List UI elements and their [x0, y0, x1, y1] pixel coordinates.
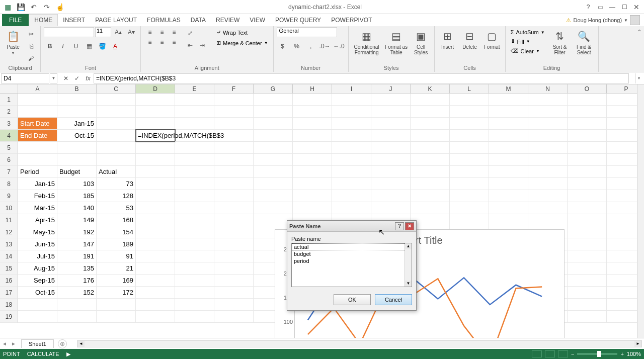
cell[interactable] [568, 226, 607, 238]
cancel-button[interactable]: Cancel [375, 294, 412, 305]
cell[interactable] [371, 202, 411, 214]
cell[interactable] [214, 262, 254, 275]
sheet-tab[interactable]: Sheet1 [21, 339, 54, 348]
cell[interactable] [214, 275, 254, 287]
paste-button[interactable]: 📋 Paste ▼ [3, 27, 23, 55]
cell[interactable] [568, 262, 607, 275]
cell[interactable] [136, 178, 175, 190]
cell[interactable] [214, 287, 254, 299]
cell[interactable]: May-15 [18, 226, 57, 238]
cell[interactable] [371, 190, 411, 202]
column-header[interactable]: E [175, 84, 214, 94]
cell[interactable] [214, 214, 254, 226]
tab-page-layout[interactable]: PAGE LAYOUT [90, 14, 142, 26]
cell[interactable]: Feb-15 [18, 190, 57, 202]
clear-button[interactable]: ⌫Clear▼ [509, 47, 547, 55]
dialog-help-icon[interactable]: ? [395, 222, 404, 230]
cell[interactable] [136, 142, 175, 154]
cell[interactable] [136, 214, 175, 226]
cell[interactable] [411, 94, 450, 106]
cell[interactable] [293, 142, 332, 154]
cell[interactable] [175, 202, 214, 214]
dialog-close-icon[interactable]: ✕ [405, 222, 414, 230]
cell[interactable]: Jan-15 [18, 178, 57, 190]
cell[interactable] [528, 118, 568, 130]
cell[interactable] [175, 262, 214, 275]
cell[interactable]: Sep-15 [18, 275, 57, 287]
column-header[interactable]: K [411, 84, 450, 94]
cell[interactable] [489, 154, 528, 166]
cell[interactable] [528, 106, 568, 118]
align-center-icon[interactable]: ≡ [156, 37, 168, 47]
row-header[interactable]: 18 [0, 299, 18, 311]
row-header[interactable]: 17 [0, 287, 18, 299]
cell[interactable] [293, 130, 332, 142]
cell[interactable] [450, 154, 489, 166]
tab-home[interactable]: HOME [29, 14, 58, 26]
cell[interactable]: 192 [57, 226, 97, 238]
list-item[interactable]: actual [292, 243, 412, 250]
align-left-icon[interactable]: ≡ [144, 37, 156, 47]
cell[interactable]: 147 [57, 238, 97, 250]
cell[interactable] [97, 130, 136, 142]
cell[interactable] [214, 202, 254, 214]
cell[interactable] [332, 142, 371, 154]
cell[interactable] [411, 154, 450, 166]
align-top-icon[interactable]: ≡ [144, 27, 156, 37]
cell[interactable] [97, 106, 136, 118]
tab-review[interactable]: REVIEW [211, 14, 245, 26]
zoom-value[interactable]: 100% [627, 351, 641, 357]
cell[interactable] [371, 142, 411, 154]
cell[interactable] [214, 94, 254, 106]
undo-icon[interactable]: ↶ [28, 2, 39, 13]
cell[interactable] [568, 154, 607, 166]
cell[interactable] [332, 202, 371, 214]
tab-powerpivot[interactable]: POWERPIVOT [326, 14, 377, 26]
cell[interactable] [136, 275, 175, 287]
formula-expand-icon[interactable]: ▾ [635, 73, 642, 83]
list-item[interactable]: budget [292, 250, 412, 257]
cell[interactable] [97, 142, 136, 154]
cell[interactable] [293, 202, 332, 214]
cell[interactable] [57, 94, 97, 106]
page-layout-view-icon[interactable] [545, 350, 555, 357]
cell[interactable] [450, 178, 489, 190]
cell[interactable] [97, 94, 136, 106]
cell[interactable] [175, 311, 214, 323]
cell[interactable]: 73 [97, 178, 136, 190]
format-cells-button[interactable]: ▢Format [482, 27, 502, 50]
cell[interactable] [175, 214, 214, 226]
cell[interactable] [411, 202, 450, 214]
cell[interactable] [175, 94, 214, 106]
row-header[interactable]: 3 [0, 118, 18, 130]
cell[interactable]: Period [18, 166, 57, 178]
cell[interactable] [411, 106, 450, 118]
cell[interactable] [136, 190, 175, 202]
cell[interactable] [528, 154, 568, 166]
row-header[interactable]: 12 [0, 226, 18, 238]
cell[interactable] [254, 190, 293, 202]
name-box-dropdown[interactable]: ▼ [50, 73, 57, 83]
copy-icon[interactable]: ⎘ [25, 41, 37, 51]
column-header[interactable]: M [489, 84, 528, 94]
cell[interactable] [489, 178, 528, 190]
cell[interactable]: 103 [57, 178, 97, 190]
tab-view[interactable]: VIEW [245, 14, 270, 26]
cell[interactable] [136, 250, 175, 262]
touch-icon[interactable]: ☝ [54, 2, 65, 13]
cell[interactable] [18, 299, 57, 311]
cell[interactable] [254, 178, 293, 190]
cell[interactable] [214, 154, 254, 166]
paste-name-list[interactable]: actual budget period ▲ ▼ [291, 243, 412, 287]
cell[interactable] [18, 94, 57, 106]
cell[interactable] [528, 166, 568, 178]
cell[interactable] [568, 94, 607, 106]
decrease-indent-icon[interactable]: ⇤ [184, 40, 196, 50]
list-item[interactable]: period [292, 257, 412, 264]
cell[interactable] [371, 130, 411, 142]
format-painter-icon[interactable]: 🖌 [25, 53, 37, 63]
cell[interactable] [489, 202, 528, 214]
cell[interactable] [97, 299, 136, 311]
cell[interactable] [332, 130, 371, 142]
cell[interactable] [332, 178, 371, 190]
